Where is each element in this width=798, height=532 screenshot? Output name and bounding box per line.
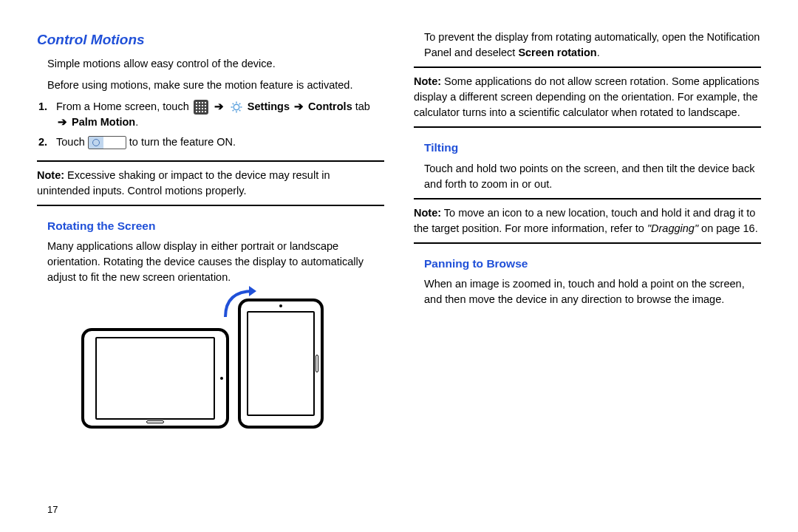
- step-text: Touch: [56, 136, 85, 148]
- step-text: tab: [352, 100, 370, 112]
- arrow-icon: ➔: [294, 99, 304, 115]
- note-text: Excessive shaking or impact to the devic…: [37, 169, 330, 197]
- note-text: Some applications do not allow screen ro…: [414, 75, 759, 118]
- note-label: Note:: [414, 75, 441, 87]
- apps-grid-icon: [194, 100, 208, 115]
- inline-bold: Screen rotation: [518, 47, 596, 58]
- paragraph-text: .: [597, 47, 600, 58]
- note-text: on page 16.: [698, 222, 758, 234]
- note-block: Note: To move an icon to a new location,…: [414, 198, 761, 244]
- toggle-switch-icon: [88, 136, 126, 149]
- step-1: 1. From a Home screen, touch ➔ Settings …: [56, 99, 384, 130]
- paragraph: Before using motions, make sure the moti…: [37, 78, 384, 93]
- step-2: 2. Touch to turn the feature ON.: [56, 134, 384, 150]
- note-label: Note:: [414, 207, 441, 219]
- paragraph: When an image is zoomed in, touch and ho…: [414, 276, 761, 307]
- right-column: To prevent the display from rotating aut…: [414, 30, 761, 517]
- paragraph: Touch and hold two points on the screen,…: [414, 161, 761, 192]
- tablet-portrait-icon: [238, 299, 324, 429]
- step-text: .: [135, 116, 138, 128]
- heading-control-motions: Control Motions: [37, 30, 384, 50]
- page-number: 17: [37, 494, 384, 517]
- step-number: 2.: [38, 134, 47, 150]
- paragraph: Many applications allow display in eithe…: [37, 239, 384, 285]
- step-label: Settings: [248, 100, 290, 112]
- note-block: Note: Excessive shaking or impact to the…: [37, 160, 384, 206]
- svg-point-0: [233, 104, 239, 110]
- paragraph: To prevent the display from rotating aut…: [414, 30, 761, 61]
- steps-list: 1. From a Home screen, touch ➔ Settings …: [37, 99, 384, 154]
- heading-panning: Panning to Browse: [414, 256, 761, 272]
- step-label: Controls: [308, 100, 352, 112]
- arrow-icon: ➔: [58, 115, 67, 130]
- heading-rotating: Rotating the Screen: [37, 218, 384, 234]
- cross-reference-link: "Dragging": [647, 222, 698, 234]
- tablet-rotation-figure: [37, 299, 384, 429]
- note-block: Note: Some applications do not allow scr…: [414, 66, 761, 128]
- step-text: to turn the feature ON.: [129, 136, 236, 148]
- step-text: From a Home screen, touch: [56, 100, 189, 112]
- heading-tilting: Tilting: [414, 140, 761, 156]
- note-label: Note:: [37, 169, 64, 181]
- paragraph: Simple motions allow easy control of the…: [37, 56, 384, 72]
- step-number: 1.: [38, 99, 47, 115]
- arrow-icon: ➔: [214, 99, 224, 115]
- left-column: Control Motions Simple motions allow eas…: [37, 30, 384, 517]
- step-label: Palm Motion: [69, 116, 135, 128]
- tablet-landscape-icon: [81, 328, 229, 429]
- settings-gear-icon: [230, 100, 243, 114]
